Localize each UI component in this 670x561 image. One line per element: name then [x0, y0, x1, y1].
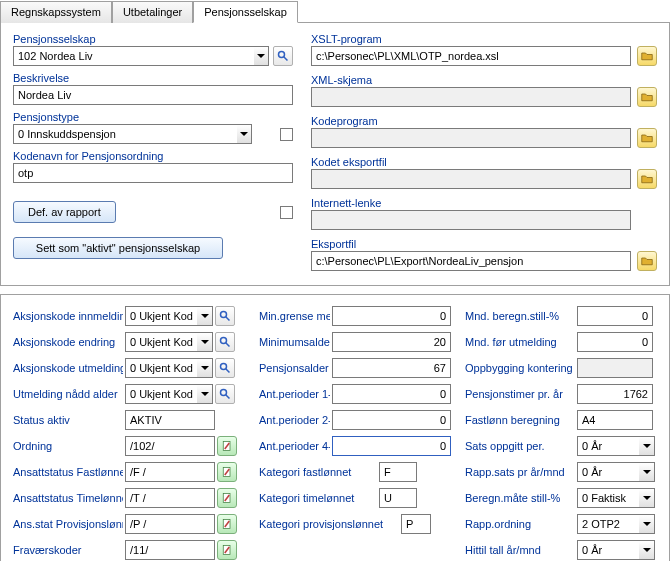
c1-r1-search-icon[interactable]	[215, 332, 235, 352]
c1-r3-dropdown[interactable]	[197, 384, 213, 404]
c2-r0-field[interactable]	[332, 306, 451, 326]
label-kodeprog: Kodeprogram	[311, 115, 657, 127]
internet-field[interactable]	[311, 210, 631, 230]
kodetfil-folder-icon[interactable]	[637, 169, 657, 189]
c1-r5-field[interactable]	[125, 436, 215, 456]
type-dropdown[interactable]	[237, 124, 252, 144]
c3-r0-label: Mnd. beregn.still-%	[465, 310, 575, 322]
c2-r1-field[interactable]	[332, 332, 451, 352]
tab-utbetalinger[interactable]: Utbetalinger	[112, 1, 193, 23]
c1-r8-field[interactable]	[125, 514, 215, 534]
c2-r3-field[interactable]	[332, 384, 451, 404]
c3-r9-label: Hittil tall år/mnd	[465, 544, 575, 556]
c1-r2-dropdown[interactable]	[197, 358, 213, 378]
c1-r7-label: Ansattstatus Timelønnet	[13, 492, 123, 504]
c2-r2-field[interactable]	[332, 358, 451, 378]
label-company: Pensjonsselskap	[13, 33, 293, 45]
c1-r9-edit-icon[interactable]	[217, 540, 237, 560]
kodeprog-folder-icon[interactable]	[637, 128, 657, 148]
xslt-folder-icon[interactable]	[637, 46, 657, 66]
xslt-field[interactable]	[311, 46, 631, 66]
c2-r6-label: Kategori fastlønnet	[259, 466, 377, 478]
label-kodetfil: Kodet eksportfil	[311, 156, 657, 168]
c1-r4-label: Status aktiv	[13, 414, 123, 426]
c1-r3-field[interactable]	[125, 384, 197, 404]
c3-r6-field[interactable]	[577, 462, 639, 482]
c3-r9-dropdown[interactable]	[639, 540, 655, 560]
set-active-button[interactable]: Sett som "aktivt" pensjonsselskap	[13, 237, 223, 259]
c1-r2-field[interactable]	[125, 358, 197, 378]
c3-r3-field[interactable]	[577, 384, 653, 404]
c3-r6-label: Rapp.sats pr år/mnd	[465, 466, 575, 478]
company-dropdown[interactable]	[254, 46, 269, 66]
c1-r0-search-icon[interactable]	[215, 306, 235, 326]
tab-regnskapssystem[interactable]: Regnskapssystem	[0, 1, 112, 23]
svg-point-8	[221, 390, 227, 396]
c3-r3-label: Pensjonstimer pr. år	[465, 388, 575, 400]
c3-r5-dropdown[interactable]	[639, 436, 655, 456]
c2-r0-label: Min.grense medl-%	[259, 310, 330, 322]
svg-point-6	[221, 364, 227, 370]
c3-r6-dropdown[interactable]	[639, 462, 655, 482]
type-field[interactable]	[13, 124, 237, 144]
c1-r8-edit-icon[interactable]	[217, 514, 237, 534]
c1-r9-field[interactable]	[125, 540, 215, 560]
label-type: Pensjonstype	[13, 111, 293, 123]
c2-r2-label: Pensjonsalder	[259, 362, 330, 374]
c2-r1-label: Minimumsalder	[259, 336, 330, 348]
c1-r4-field[interactable]	[125, 410, 215, 430]
c1-r5-label: Ordning	[13, 440, 123, 452]
tab-bar: Regnskapssystem Utbetalinger Pensjonssel…	[0, 0, 670, 23]
codename-field[interactable]	[13, 163, 293, 183]
eksportfil-field[interactable]	[311, 251, 631, 271]
c3-r5-field[interactable]	[577, 436, 639, 456]
svg-point-0	[279, 52, 285, 58]
c3-r2-label: Oppbygging kontering	[465, 362, 575, 374]
c1-r2-label: Aksjonskode utmelding	[13, 362, 123, 374]
c1-r7-field[interactable]	[125, 488, 215, 508]
kodeprog-field[interactable]	[311, 128, 631, 148]
c3-r7-dropdown[interactable]	[639, 488, 655, 508]
kodetfil-field[interactable]	[311, 169, 631, 189]
svg-line-9	[226, 395, 230, 399]
xml-folder-icon[interactable]	[637, 87, 657, 107]
c2-r4-field[interactable]	[332, 410, 451, 430]
company-field[interactable]	[13, 46, 254, 66]
descr-field[interactable]	[13, 85, 293, 105]
c3-r5-label: Sats oppgitt per.	[465, 440, 575, 452]
c1-r3-search-icon[interactable]	[215, 384, 235, 404]
c1-r7-edit-icon[interactable]	[217, 488, 237, 508]
c3-r1-field[interactable]	[577, 332, 653, 352]
c1-r1-dropdown[interactable]	[197, 332, 213, 352]
upper-panel: Pensjonsselskap Beskrivelse Pensjonstype	[0, 23, 670, 286]
report-checkbox[interactable]	[280, 206, 293, 219]
xml-field[interactable]	[311, 87, 631, 107]
c1-r1-label: Aksjonskode endring	[13, 336, 123, 348]
c3-r9-field[interactable]	[577, 540, 639, 560]
c3-r8-dropdown[interactable]	[639, 514, 655, 534]
c2-r5-label: Ant.perioder 4-uker	[259, 440, 330, 452]
def-report-button[interactable]: Def. av rapport	[13, 201, 116, 223]
c2-r6-field[interactable]	[379, 462, 417, 482]
tab-pensjonsselskap[interactable]: Pensjonsselskap	[193, 1, 298, 23]
c1-r0-field[interactable]	[125, 306, 197, 326]
c3-r8-field[interactable]	[577, 514, 639, 534]
c1-r6-field[interactable]	[125, 462, 215, 482]
c2-r5-field[interactable]	[332, 436, 451, 456]
c3-r2-field[interactable]	[577, 358, 653, 378]
c1-r0-dropdown[interactable]	[197, 306, 213, 326]
c1-r6-edit-icon[interactable]	[217, 462, 237, 482]
c3-r4-field[interactable]	[577, 410, 653, 430]
c2-r8-field[interactable]	[401, 514, 431, 534]
type-checkbox[interactable]	[280, 128, 293, 141]
company-search-icon[interactable]	[273, 46, 293, 66]
c1-r1-field[interactable]	[125, 332, 197, 352]
label-xslt: XSLT-program	[311, 33, 657, 45]
c3-r0-field[interactable]	[577, 306, 653, 326]
eksportfil-folder-icon[interactable]	[637, 251, 657, 271]
c3-r7-field[interactable]	[577, 488, 639, 508]
c2-r7-field[interactable]	[379, 488, 417, 508]
c1-r9-label: Fraværskoder	[13, 544, 123, 556]
c1-r5-edit-icon[interactable]	[217, 436, 237, 456]
c1-r2-search-icon[interactable]	[215, 358, 235, 378]
